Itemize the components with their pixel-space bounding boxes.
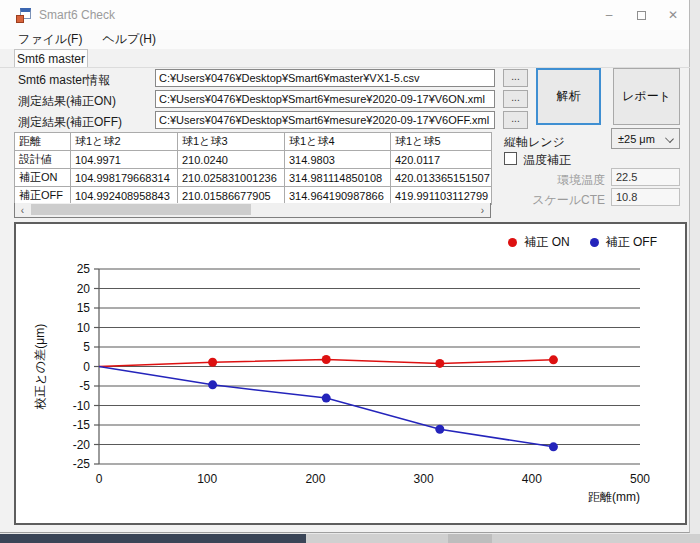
svg-text:15: 15 [77,301,91,315]
app-icon [16,8,31,23]
legend-on-dot-icon [508,238,517,247]
legend-item-off: 補正 OFF [590,234,657,251]
col-header-1-5: 球1と球5 [391,133,492,151]
svg-text:0: 0 [83,360,90,374]
table-cell[interactable]: 104.998179668314 [71,169,178,187]
table-cell[interactable]: 419.991103112799 [391,187,492,205]
scale-cte-label: スケールCTE [505,192,605,209]
legend-off-dot-icon [590,238,599,247]
legend-item-on: 補正 ON [508,234,569,251]
menu-help[interactable]: ヘルプ(H) [92,30,166,49]
result-off-input[interactable] [155,111,495,129]
background-desktop-strip [306,534,700,543]
table-row[interactable]: 補正OFF 104.992408958843 210.01586677905 3… [15,187,492,205]
window-title: Smart6 Check [39,8,115,22]
table-cell[interactable]: 420.013365151507 [391,169,492,187]
svg-text:25: 25 [77,262,91,276]
scale-cte-input[interactable] [611,188,680,206]
result-on-input[interactable] [155,90,495,108]
result-on-browse-button[interactable]: ... [503,90,528,108]
tab-smt6-master[interactable]: Smt6 master [14,49,88,68]
analyze-button[interactable]: 解析 [536,68,601,125]
screen: Smart6 Check – ✕ ファイル(F) ヘルプ(H) Smt6 mas… [0,0,700,543]
svg-text:5: 5 [83,340,90,354]
table-cell[interactable]: 210.0240 [178,151,285,169]
temp-correction-checkbox[interactable] [504,152,517,165]
background-window-strip [0,534,306,543]
chevron-down-icon [665,134,674,143]
scroll-right-icon[interactable]: › [475,203,490,217]
vertical-range-select[interactable]: ±25 μm [611,128,680,149]
row-label: 補正ON [15,169,71,187]
scrollbar-thumb[interactable] [31,204,251,215]
title-bar: Smart6 Check – ✕ [0,0,689,30]
table-cell[interactable]: 314.981114850108 [285,169,391,187]
svg-text:300: 300 [414,472,434,486]
env-temp-input[interactable] [611,168,680,186]
table-horizontal-scrollbar[interactable]: ‹ › [14,203,491,218]
svg-text:-10: -10 [73,399,91,413]
col-header-1-3: 球1と球3 [178,133,285,151]
svg-text:200: 200 [305,472,325,486]
temp-correction-label: 温度補正 [523,152,571,169]
menu-file[interactable]: ファイル(F) [8,30,92,49]
table-cell[interactable]: 314.964190987866 [285,187,391,205]
table-row[interactable]: 設計値 104.9971 210.0240 314.9803 420.0117 [15,151,492,169]
close-icon[interactable]: ✕ [657,0,689,30]
col-header-distance: 距離 [15,133,71,151]
row-label: 設計値 [15,151,71,169]
svg-text:500: 500 [630,472,650,486]
col-header-1-2: 球1と球2 [71,133,178,151]
svg-text:距離(mm): 距離(mm) [588,490,640,504]
menu-bar: ファイル(F) ヘルプ(H) [0,30,689,49]
chart-legend: 補正 ON 補正 OFF [508,234,657,251]
svg-text:0: 0 [96,472,103,486]
table-header-row: 距離 球1と球2 球1と球3 球1と球4 球1と球5 [15,133,492,151]
svg-text:-5: -5 [79,379,90,393]
app-window: Smart6 Check – ✕ ファイル(F) ヘルプ(H) Smt6 mas… [0,0,690,533]
legend-off-label: 補正 OFF [606,234,657,251]
maximize-icon[interactable] [625,0,657,30]
window-controls: – ✕ [593,0,689,30]
chart-canvas: 2520151050-5-10-15-20-250100200300400500… [16,224,685,523]
background-strip-detail [448,534,492,543]
table-cell[interactable]: 104.9971 [71,151,178,169]
row-label: 補正OFF [15,187,71,205]
env-temp-label: 環境温度 [505,172,605,189]
svg-text:校正との差(μm): 校正との差(μm) [33,324,47,410]
svg-text:100: 100 [197,472,217,486]
master-info-input[interactable] [155,69,495,87]
result-on-label: 測定結果(補正ON) [18,93,116,110]
svg-text:400: 400 [522,472,542,486]
master-info-label: Smt6 master情報 [18,72,110,89]
result-off-label: 測定結果(補正OFF) [18,114,122,131]
results-table: 距離 球1と球2 球1と球3 球1と球4 球1と球5 設計値 104.9971 … [14,132,492,205]
table-cell[interactable]: 210.01586677905 [178,187,285,205]
chart-panel: 補正 ON 補正 OFF 2520151050-5-10-15-20-25010… [14,222,687,525]
scroll-left-icon[interactable]: ‹ [15,203,30,217]
table-cell[interactable]: 210.025831001236 [178,169,285,187]
table-cell[interactable]: 314.9803 [285,151,391,169]
legend-on-label: 補正 ON [524,234,569,251]
col-header-1-4: 球1と球4 [285,133,391,151]
svg-text:20: 20 [77,282,91,296]
result-off-browse-button[interactable]: ... [503,111,528,129]
table-cell[interactable]: 420.0117 [391,151,492,169]
svg-text:-15: -15 [73,418,91,432]
report-button[interactable]: レポート [613,68,680,125]
minimize-icon[interactable]: – [593,0,625,30]
vertical-range-label: 縦軸レンジ [504,134,565,151]
master-info-browse-button[interactable]: ... [503,69,528,87]
table-row[interactable]: 補正ON 104.998179668314 210.025831001236 3… [15,169,492,187]
svg-text:-20: -20 [73,438,91,452]
svg-text:-25: -25 [73,457,91,471]
svg-text:10: 10 [77,321,91,335]
table-cell[interactable]: 104.992408958843 [71,187,178,205]
vertical-range-value: ±25 μm [618,133,655,145]
